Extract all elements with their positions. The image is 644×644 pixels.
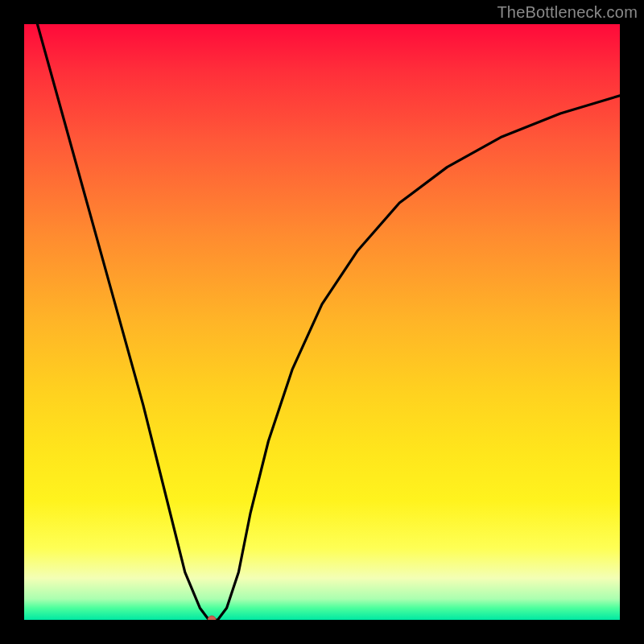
chart-frame: TheBottleneck.com <box>0 0 644 644</box>
watermark-text: TheBottleneck.com <box>497 3 638 22</box>
chart-plot-area <box>24 24 620 620</box>
svg-point-0 <box>208 616 216 620</box>
bottleneck-curve <box>24 24 620 620</box>
